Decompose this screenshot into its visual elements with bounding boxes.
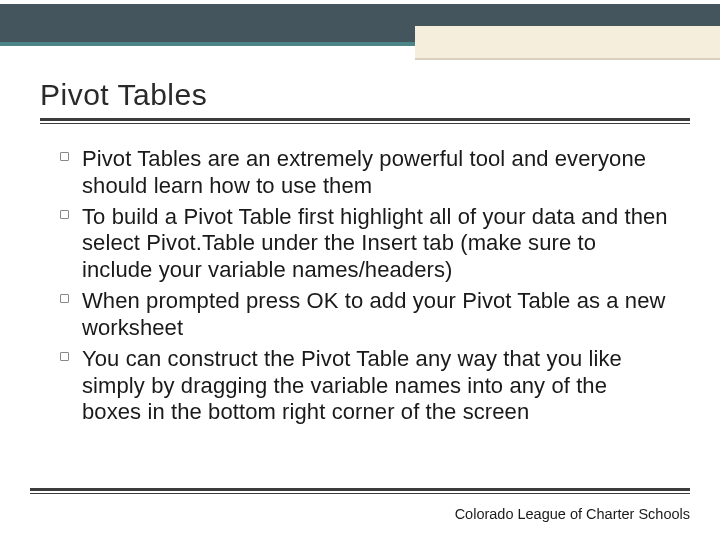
bullet-text: You can construct the Pivot Table any wa… [82, 346, 622, 425]
slide: Pivot Tables Pivot Tables are an extreme… [0, 0, 720, 540]
bullet-text: When prompted press OK to add your Pivot… [82, 288, 666, 340]
list-item: When prompted press OK to add your Pivot… [60, 288, 672, 342]
banner-band-cream-rule [415, 58, 720, 60]
footer-text: Colorado League of Charter Schools [455, 506, 690, 522]
banner-band-cream [415, 26, 720, 58]
slide-title: Pivot Tables [40, 78, 690, 116]
title-region: Pivot Tables [40, 78, 690, 124]
list-item: Pivot Tables are an extremely powerful t… [60, 146, 672, 200]
bottom-rule [30, 488, 690, 494]
title-rule-thick [40, 118, 690, 121]
bullet-text: Pivot Tables are an extremely powerful t… [82, 146, 646, 198]
bullet-list: Pivot Tables are an extremely powerful t… [60, 146, 672, 430]
list-item: To build a Pivot Table first highlight a… [60, 204, 672, 284]
bullet-square-icon [60, 294, 69, 303]
bullet-square-icon [60, 152, 69, 161]
bullet-square-icon [60, 352, 69, 361]
bottom-rule-thick [30, 488, 690, 491]
bullet-square-icon [60, 210, 69, 219]
bottom-rule-thin [30, 493, 690, 494]
list-item: You can construct the Pivot Table any wa… [60, 346, 672, 426]
title-rule-thin [40, 123, 690, 124]
bullet-text: To build a Pivot Table first highlight a… [82, 204, 668, 283]
